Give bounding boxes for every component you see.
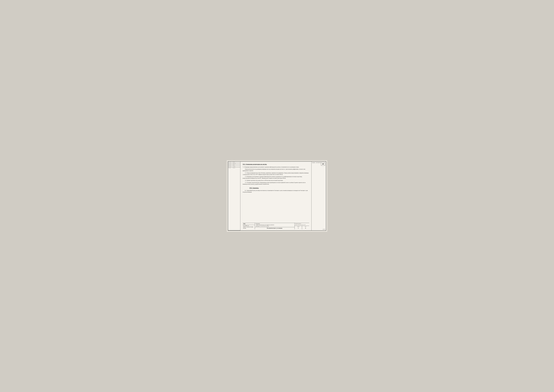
list-value: 6: [305, 227, 306, 229]
left-sidebar: Пр.инженер Ивановна Пр.инженер Мартынова…: [228, 161, 240, 231]
role-3: Проектант: [228, 165, 233, 166]
album-label: Альбом: [297, 226, 299, 227]
drawing-border: 46 Пр.инженер Ивановна Пр.инженер Мартын…: [228, 161, 326, 231]
bottom-org: ГОССТРОЙ СССР ЦНИПРСТАЛЬКОНСТРУКЦИЯ МОСК…: [242, 225, 255, 229]
para-7-1b: Опоры располагаются под днищами резервуа…: [242, 168, 309, 172]
bottom-block: 1988г. ГОССТРОЙ СССР ЦНИПРСТАЛЬКОНСТРУКЦ…: [242, 223, 309, 229]
right-column: заводом – изготовителем.: [312, 161, 326, 231]
name-2: Мартынова: [233, 163, 240, 164]
name-5: Исполнит: [233, 168, 240, 168]
album-value: I: [298, 227, 298, 229]
role-2: Пр.инженер: [228, 163, 233, 164]
para-7-2: 7.2. Опоры резервуаров могут быть бетонн…: [242, 172, 309, 175]
para-7-3: 7.3. Резервуары для подземного хранения …: [242, 176, 309, 179]
corner-box: 46: [321, 162, 325, 166]
bottom-right: Типовые проекты 704-1- 42, 43, 44, 45, 4…: [295, 223, 309, 229]
section7-title: VII. Установка резервуаров на место.: [242, 163, 309, 165]
page-wrapper: 46 Пр.инженер Ивановна Пр.инженер Мартын…: [227, 160, 327, 232]
name-4: Тил Норна: [233, 166, 240, 167]
role-4: Нач.Отдела: [228, 166, 233, 167]
doc-number: 82718: [323, 229, 325, 230]
bottom-right-label: Типовые проекты 704-1- 42, 43, 44, 45, 4…: [295, 223, 309, 226]
role-5: Согласовал: [228, 168, 233, 168]
list-label: Лист: [305, 226, 306, 227]
list-cell: Лист 6: [302, 226, 309, 229]
name-3: Паблова: [233, 165, 240, 166]
para-7-5: 7.5. Установка технологического оборудов…: [242, 182, 309, 185]
name-1: Ивановна: [233, 162, 240, 163]
bottom-year: 1988г.: [242, 223, 255, 225]
bottom-center-title: Технические условия.: [255, 227, 295, 229]
para-7-1: 7.1. Резервуары предназначенные для назе…: [242, 166, 309, 168]
para-7-4: 7.4. Уровень грунтовых вод должен быть н…: [242, 180, 309, 181]
bottom-right-cells: Альбом I Лист 6: [295, 226, 309, 229]
bottom-left: 1988г. ГОССТРОЙ СССР ЦНИПРСТАЛЬКОНСТРУКЦ…: [242, 223, 255, 229]
bottom-center: Резервуары сборные горизонтальные для не…: [255, 223, 295, 229]
section8-title: VIII. Гарантии.: [242, 187, 309, 189]
bottom-product: Резервуары сборные горизонтальные для не…: [255, 223, 295, 227]
album-cell: Альбом I: [295, 226, 302, 229]
para-8-1: 8.1. Гарантийный срок для завода-изготов…: [242, 190, 309, 193]
right-header-text: заводом – изготовителем.: [312, 162, 322, 163]
main-content: VII. Установка резервуаров на место. 7.1…: [240, 161, 312, 231]
right-top-text: заводом – изготовителем.: [312, 161, 326, 231]
corner-number: 46: [322, 163, 324, 165]
role-1: Пр.инженер: [228, 162, 233, 163]
